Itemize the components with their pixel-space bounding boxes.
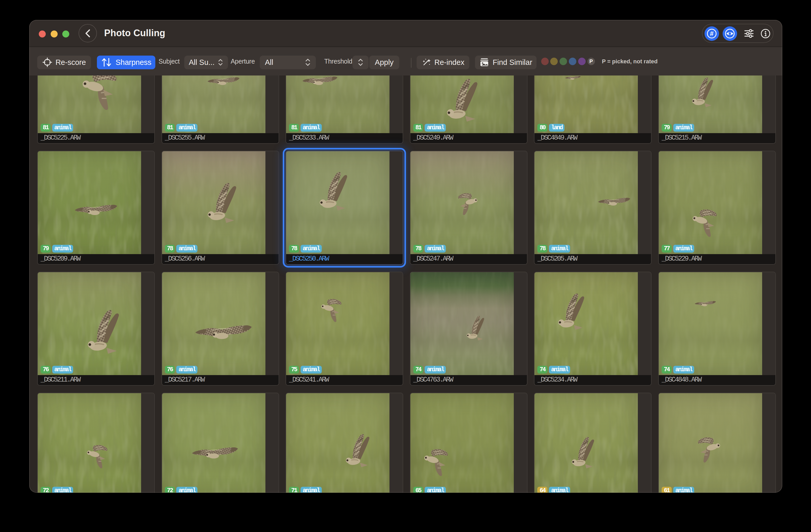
svg-text:#: # [710, 30, 714, 37]
